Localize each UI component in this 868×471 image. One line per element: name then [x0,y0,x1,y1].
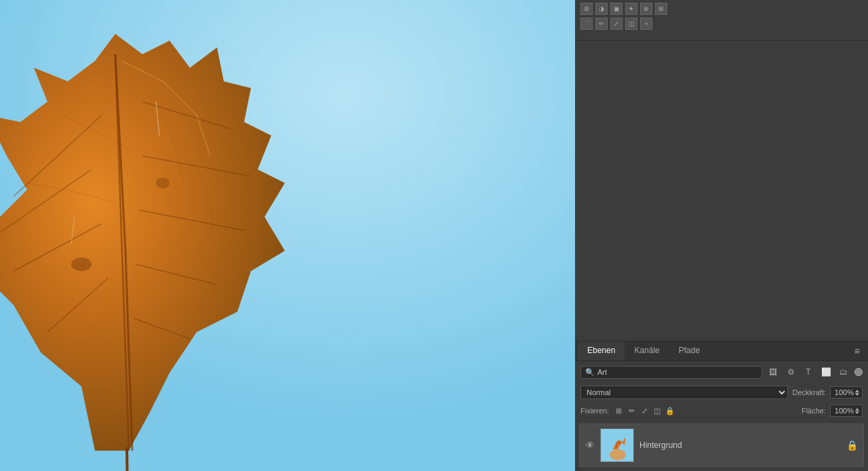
filter-image-icon[interactable]: 🖼 [766,365,780,379]
tabs-bar: Ebenen Kanäle Pfade ≡ [575,341,868,361]
filter-text-icon[interactable]: T [802,365,815,379]
fix-transform-icon[interactable]: ⤢ [639,405,650,416]
fix-position-icon[interactable]: ⊞ [613,405,624,416]
blend-mode-select[interactable]: Normal Auflösen Abdunkeln Multiplizieren [580,386,788,399]
fill-chevron[interactable] [855,408,859,414]
fix-all-icon[interactable]: 🔒 [665,405,675,416]
table-icon[interactable]: ⊞ [655,3,667,15]
rect-fill-icon[interactable]: ▪ [640,18,652,30]
options-dot-icon[interactable] [854,368,863,376]
search-row: 🔍 🖼 ⚙ T ⬜ 🗂 [575,361,868,383]
blend-row: Normal Auflösen Abdunkeln Multiplizieren… [575,383,868,402]
layer-name: Hintergrund [639,441,841,450]
search-input-wrapper[interactable]: 🔍 [580,366,762,379]
toolbar-row-2: ⌒ ✏ ⤢ ◫ ▪ [580,18,863,30]
fix-artboard-icon[interactable]: ◫ [652,405,663,416]
layer-visibility-icon[interactable]: 👁 [585,440,595,451]
fix-label: Fixieren: [580,407,609,415]
opacity-input[interactable] [833,388,854,396]
layers-panel: Ebenen Kanäle Pfade ≡ 🔍 🖼 ⚙ T ⬜ 🗂 Normal… [575,341,868,471]
svg-point-2 [71,258,92,271]
layer-item[interactable]: 👁 Hintergrund 🔒 [579,424,864,467]
top-toolbar: ⊞ ◑ ▣ ✦ ⊕ ⊞ ⌒ ✏ ⤢ ◫ ▪ [575,0,868,41]
layer-lock-icon[interactable]: 🔒 [846,440,858,451]
layer-thumbnail [600,428,634,462]
opacity-chevron[interactable] [855,390,859,396]
toolbar-row-1: ⊞ ◑ ▣ ✦ ⊕ ⊞ [580,3,863,15]
grid-icon[interactable]: ⊞ [580,3,593,15]
fix-pixel-icon[interactable]: ✏ [626,405,637,416]
rect-icon[interactable]: ▣ [610,3,623,15]
opacity-label: Deckkraft: [792,388,826,396]
curve3-icon[interactable]: ⤢ [610,18,623,30]
canvas-area [0,0,575,471]
filter-smart-icon[interactable]: 🗂 [837,365,850,379]
svg-point-5 [610,449,626,460]
search-input[interactable] [597,368,757,376]
fix-row: Fixieren: ⊞ ✏ ⤢ ◫ 🔒 Fläche: [575,402,868,419]
color-icon[interactable]: ◑ [595,3,608,15]
tabs-menu-icon[interactable]: ≡ [849,343,865,359]
star-icon[interactable]: ✦ [625,3,637,15]
mask-icon[interactable]: ◫ [625,18,637,30]
fix-icons: ⊞ ✏ ⤢ ◫ 🔒 [613,405,675,416]
curve1-icon[interactable]: ⌒ [580,18,593,30]
svg-point-3 [156,178,170,188]
fill-input[interactable] [833,407,854,415]
tab-ebenen[interactable]: Ebenen [578,342,625,361]
globe-icon[interactable]: ⊕ [640,3,652,15]
filter-adjust-icon[interactable]: ⚙ [784,365,797,379]
layers-list: 👁 Hintergrund 🔒 [575,419,868,471]
fill-input-wrapper[interactable] [830,405,863,417]
curve2-icon[interactable]: ✏ [595,18,608,30]
right-panel: ⊞ ◑ ▣ ✦ ⊕ ⊞ ⌒ ✏ ⤢ ◫ ▪ Ebenen Kanäle Pfad… [575,0,868,471]
filter-shape-icon[interactable]: ⬜ [819,365,833,379]
tab-kanaele[interactable]: Kanäle [625,342,669,361]
fill-label: Fläche: [802,407,826,415]
properties-area [575,41,868,341]
opacity-input-wrapper[interactable] [830,386,863,398]
tab-pfade[interactable]: Pfade [669,342,709,361]
search-icon: 🔍 [585,368,595,377]
